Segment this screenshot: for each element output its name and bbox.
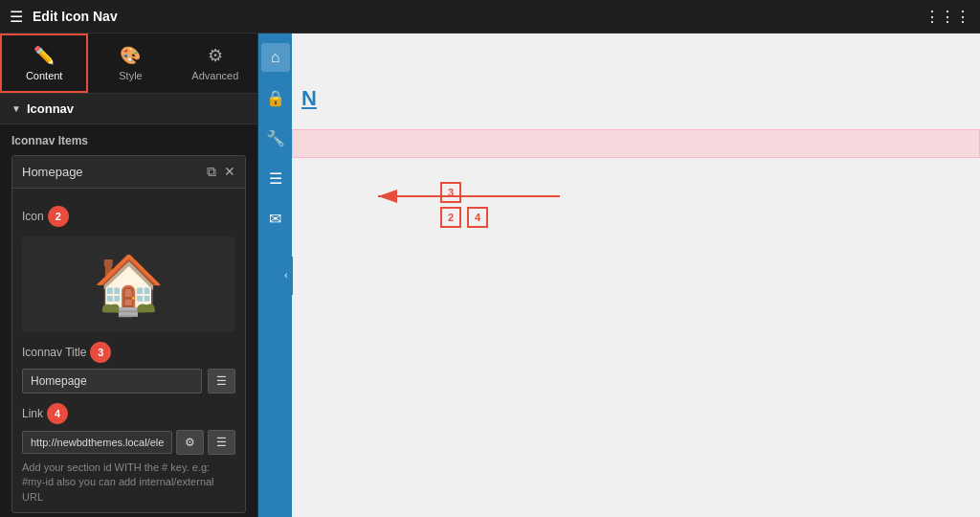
tab-style[interactable]: 🎨 Style bbox=[88, 34, 172, 93]
top-bar: ☰ Edit Icon Nav ⋮⋮⋮ bbox=[0, 0, 980, 34]
gear-icon[interactable]: ⚙ bbox=[176, 430, 204, 455]
item-title: Homepage bbox=[22, 165, 83, 179]
content-icon: ✏️ bbox=[33, 45, 55, 66]
collapse-button[interactable]: ‹ bbox=[279, 257, 293, 295]
tab-advanced[interactable]: ⚙ Advanced bbox=[173, 34, 257, 93]
nav-wrench-icon[interactable]: 🔧 bbox=[261, 124, 290, 152]
hamburger-icon[interactable]: ☰ bbox=[10, 8, 23, 26]
tabs: ✏️ Content 🎨 Style ⚙ Advanced bbox=[0, 34, 257, 94]
tab-content-label: Content bbox=[26, 70, 63, 81]
advanced-icon: ⚙ bbox=[208, 45, 223, 66]
page-title: Edit Icon Nav bbox=[33, 9, 118, 24]
nav-home-icon[interactable]: ⌂ bbox=[261, 43, 290, 72]
link-field-label: Link 4 bbox=[22, 403, 235, 424]
pink-highlight-bar bbox=[292, 129, 980, 158]
title-field-label: Iconnav Title 3 bbox=[22, 342, 235, 363]
nav-lock-icon[interactable]: 🔒 bbox=[261, 83, 290, 112]
box-4: 4 bbox=[467, 207, 488, 228]
badge-2: 2 bbox=[48, 206, 69, 227]
left-panel: ✏️ Content 🎨 Style ⚙ Advanced ▼ Iconnav … bbox=[0, 34, 258, 517]
n-label: N bbox=[301, 86, 317, 111]
badge-3: 3 bbox=[90, 342, 111, 363]
box-2: 2 bbox=[440, 207, 461, 228]
section-arrow: ▼ bbox=[11, 103, 21, 114]
link-input[interactable] bbox=[22, 431, 172, 454]
icon-nav: ⌂ 🔒 🔧 ☰ ✉ ‹ bbox=[258, 34, 292, 517]
tab-advanced-label: Advanced bbox=[191, 70, 238, 81]
annotation-boxes: 3 2 4 bbox=[440, 182, 488, 228]
style-icon: 🎨 bbox=[120, 45, 141, 66]
panel-content: Iconnav Items Homepage ⧉ ✕ Icon 2 bbox=[0, 124, 257, 517]
title-input[interactable] bbox=[22, 369, 202, 393]
link-row: ⚙ ☰ bbox=[22, 430, 235, 455]
nav-mail-icon[interactable]: ✉ bbox=[261, 204, 290, 233]
link-list-icon[interactable]: ☰ bbox=[208, 430, 235, 455]
right-area: ⌂ 🔒 🔧 ☰ ✉ ‹ N bbox=[258, 34, 980, 517]
item-card: Homepage ⧉ ✕ Icon 2 🏠 bbox=[11, 155, 246, 513]
list-icon-btn[interactable]: ☰ bbox=[208, 369, 235, 393]
icon-field-label: Icon 2 bbox=[22, 206, 235, 227]
main-layout: ✏️ Content 🎨 Style ⚙ Advanced ▼ Iconnav … bbox=[0, 34, 980, 517]
nav-list-icon[interactable]: ☰ bbox=[261, 164, 290, 192]
title-input-row: ☰ bbox=[22, 369, 235, 393]
preview-area: N 3 2 4 bbox=[292, 34, 980, 517]
box-3: 3 bbox=[440, 182, 461, 203]
tab-content[interactable]: ✏️ Content bbox=[0, 34, 88, 93]
item-card-actions: ⧉ ✕ bbox=[207, 164, 235, 180]
tab-style-label: Style bbox=[119, 70, 142, 81]
item-card-header: Homepage ⧉ ✕ bbox=[12, 156, 245, 189]
badge-4: 4 bbox=[47, 403, 68, 424]
grid-icon[interactable]: ⋮⋮⋮ bbox=[924, 8, 970, 26]
items-label: Iconnav Items bbox=[11, 134, 246, 147]
house-icon: 🏠 bbox=[93, 251, 165, 319]
close-icon[interactable]: ✕ bbox=[224, 164, 235, 180]
hint-text: Add your section id WITH the # key. e.g:… bbox=[22, 461, 235, 505]
top-bar-left: ☰ Edit Icon Nav bbox=[10, 8, 118, 26]
icon-preview[interactable]: 🏠 bbox=[22, 236, 235, 332]
duplicate-icon[interactable]: ⧉ bbox=[207, 164, 216, 180]
section-title: Iconnav bbox=[27, 101, 74, 116]
section-header[interactable]: ▼ Iconnav bbox=[0, 94, 257, 124]
